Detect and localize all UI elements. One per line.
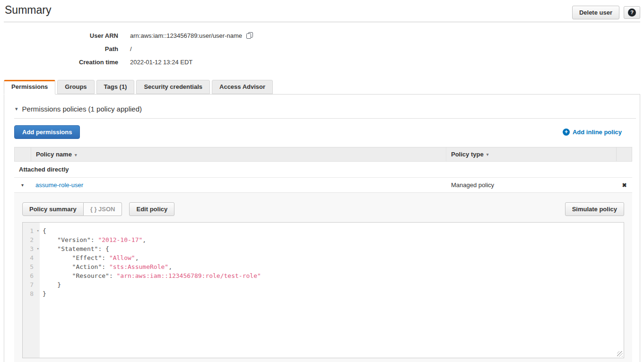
- add-inline-policy-label: Add inline policy: [573, 129, 622, 136]
- path-value: /: [130, 45, 132, 52]
- policy-type-column-header[interactable]: Policy type▾: [446, 147, 616, 161]
- line-number: 2: [30, 235, 34, 244]
- help-icon: ?: [628, 9, 636, 17]
- sort-caret-icon: ▾: [75, 153, 77, 157]
- detach-column-header: [616, 147, 632, 161]
- line-number: 3: [30, 244, 34, 253]
- add-inline-policy-link[interactable]: + Add inline policy: [563, 129, 622, 136]
- policy-name-cell: assume-role-user: [31, 181, 446, 189]
- header-actions: Delete user ?: [572, 6, 640, 19]
- policy-summary-button[interactable]: Policy summary: [22, 202, 84, 216]
- attached-directly-group-row: Attached directly: [14, 162, 632, 178]
- code-line: 3▾ "Statement": {: [23, 244, 624, 253]
- code-line: 1▾ {: [23, 226, 624, 235]
- creation-time-value: 2022-01-12 13:24 EDT: [130, 59, 192, 66]
- permissions-policies-expander[interactable]: ▾ Permissions policies (1 policy applied…: [14, 101, 636, 119]
- help-button[interactable]: ?: [624, 6, 640, 19]
- code-line: 2 "Version": "2012-10-17",: [23, 235, 624, 244]
- collapse-caret-icon: ▾: [15, 106, 18, 112]
- policy-type-header-label: Policy type: [451, 151, 484, 158]
- permissions-tab-panel: ▾ Permissions policies (1 policy applied…: [4, 94, 640, 362]
- code-line: 4 "Effect": "Allow",: [23, 253, 624, 262]
- policy-actions-row: Add permissions + Add inline policy: [14, 125, 636, 139]
- detach-policy-icon[interactable]: ✖: [617, 182, 632, 189]
- fold-caret-icon[interactable]: ▾: [37, 226, 39, 235]
- delete-user-button[interactable]: Delete user: [572, 6, 619, 19]
- editor-resize-handle[interactable]: [617, 351, 623, 357]
- line-number: 8: [30, 289, 34, 298]
- code-line: 6 "Resource": "arn:aws:iam::123456789:ro…: [23, 271, 624, 280]
- user-arn-value: arn:aws:iam::123456789:user/user-name: [130, 32, 242, 39]
- code-line: 5 "Action": "sts:AssumeRole",: [23, 262, 624, 271]
- policy-type-cell: Managed policy: [446, 181, 617, 189]
- editor-code-lines: 1▾ { 2 "Version": "2012-10-17", 3▾ "Stat…: [23, 223, 624, 298]
- edit-policy-button[interactable]: Edit policy: [129, 202, 174, 216]
- user-arn-label: User ARN: [0, 29, 118, 43]
- line-number: 1: [30, 226, 34, 235]
- sort-caret-icon: ▾: [487, 152, 489, 157]
- fold-caret-icon[interactable]: ▾: [37, 244, 39, 253]
- json-view-button[interactable]: { } JSON: [84, 202, 122, 216]
- policy-table-header: Policy name▾ Policy type▾: [14, 147, 632, 162]
- line-number: 5: [30, 262, 34, 271]
- line-number: 4: [30, 253, 34, 262]
- tab-bar: Permissions Groups Tags (1) Security cre…: [4, 80, 640, 94]
- policy-name-header-label: Policy name: [36, 151, 72, 158]
- add-permissions-button[interactable]: Add permissions: [14, 125, 80, 139]
- creation-time-label: Creation time: [0, 56, 118, 69]
- expand-column-header: [15, 147, 31, 161]
- policy-json-editor[interactable]: 1▾ { 2 "Version": "2012-10-17", 3▾ "Stat…: [22, 222, 624, 358]
- policy-name-column-header[interactable]: Policy name▾: [31, 151, 446, 158]
- policy-row-assume-role-user: ▾ assume-role-user Managed policy ✖: [14, 178, 632, 192]
- copy-icon[interactable]: [246, 32, 253, 39]
- policy-view-button-group: Policy summary { } JSON: [22, 202, 122, 216]
- row-expand-caret[interactable]: ▾: [14, 182, 31, 188]
- tab-groups[interactable]: Groups: [57, 80, 94, 94]
- page-header: Summary Delete user ?: [4, 0, 640, 22]
- user-arn-row: User ARNarn:aws:iam::123456789:user/user…: [0, 29, 644, 43]
- creation-time-row: Creation time2022-01-12 13:24 EDT: [0, 56, 644, 69]
- line-number: 6: [30, 271, 34, 280]
- permissions-policies-title: Permissions policies (1 policy applied): [22, 105, 142, 113]
- tab-access-advisor[interactable]: Access Advisor: [212, 80, 273, 94]
- policy-name-link[interactable]: assume-role-user: [35, 181, 83, 189]
- policy-detail-toolbar: Policy summary { } JSON Edit policy Simu…: [22, 202, 624, 216]
- user-info-section: User ARNarn:aws:iam::123456789:user/user…: [0, 29, 644, 69]
- simulate-policy-button[interactable]: Simulate policy: [565, 202, 624, 216]
- path-row: Path/: [0, 43, 644, 56]
- plus-icon: +: [563, 129, 570, 136]
- tab-permissions[interactable]: Permissions: [4, 80, 55, 95]
- policy-table: Policy name▾ Policy type▾ Attached direc…: [14, 147, 632, 362]
- policy-detail-panel: Policy summary { } JSON Edit policy Simu…: [14, 192, 632, 362]
- code-line: 7 }: [23, 280, 624, 289]
- tab-tags[interactable]: Tags (1): [96, 80, 135, 94]
- line-number: 7: [30, 280, 34, 289]
- page-title: Summary: [5, 4, 51, 17]
- code-line: 8 }: [23, 289, 624, 298]
- tab-security-credentials[interactable]: Security credentials: [136, 80, 210, 94]
- path-label: Path: [0, 43, 118, 56]
